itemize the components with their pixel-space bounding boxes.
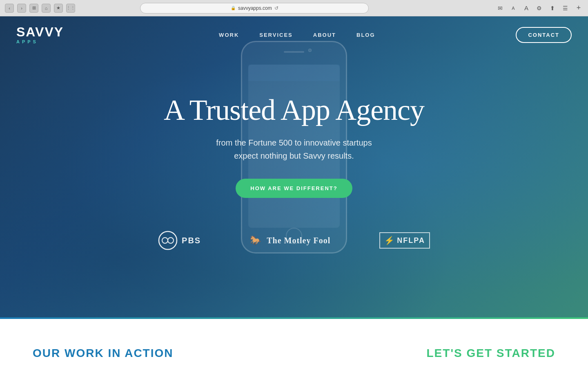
pbs-logo-icon [158, 231, 178, 250]
tab-overview-button[interactable]: ⊞ [29, 4, 38, 13]
client-logo-nflpa: ⚡ NFLPA [379, 232, 430, 249]
hero-content: A Trusted App Agency from the Fortune 50… [0, 53, 588, 319]
browser-right-icons: ✉ A A ⚙ ⬆ ☰ + [496, 4, 583, 13]
mail-icon[interactable]: ✉ [496, 4, 505, 13]
motley-fool-name: The Motley Fool [267, 236, 330, 245]
font-large-icon[interactable]: A [522, 4, 531, 13]
client-logos: PBS 🐎 The Motley Fool ⚡ NFLPA [158, 231, 430, 271]
svg-point-2 [168, 238, 174, 243]
home-button[interactable]: ⌂ [42, 4, 51, 13]
hero-cta-button[interactable]: HOW ARE WE DIFFERENT? [236, 179, 352, 198]
contact-button[interactable]: CONTACT [516, 27, 572, 43]
forward-button[interactable]: › [17, 4, 26, 13]
reading-list-icon[interactable]: ☰ [561, 4, 570, 13]
navbar: SAVVY APPS WORK SERVICES ABOUT BLOG CONT… [0, 16, 588, 53]
browser-chrome: ‹ › ⊞ ⌂ ★ ⋮⋮ 🔒 savvyapps.com ↺ ✉ A A ⚙ ⬆… [0, 0, 588, 16]
site-logo[interactable]: SAVVY APPS [16, 25, 64, 44]
lock-icon: 🔒 [231, 6, 236, 10]
bottom-section: OUR WORK IN ACTION LET'S GET STARTED [0, 319, 588, 368]
pbs-svg [158, 231, 178, 250]
refresh-icon[interactable]: ↺ [274, 5, 278, 11]
new-tab-icon[interactable]: + [574, 4, 583, 13]
hero-subtitle: from the Fortune 500 to innovative start… [216, 136, 372, 162]
client-logo-motley-fool: 🐎 The Motley Fool [250, 235, 330, 246]
nav-about[interactable]: ABOUT [313, 32, 336, 38]
bottom-left: OUR WORK IN ACTION [33, 347, 294, 360]
settings-icon[interactable]: ⚙ [535, 4, 544, 13]
pbs-name: PBS [182, 236, 201, 245]
nflpa-icon: ⚡ [384, 236, 394, 245]
hero-subtitle-line1: from the Fortune 500 to innovative start… [216, 138, 372, 147]
bookmark-button[interactable]: ★ [54, 4, 63, 13]
lets-get-started-heading: LET'S GET STARTED [294, 347, 555, 360]
nflpa-box: ⚡ NFLPA [379, 232, 430, 249]
nav-blog[interactable]: BLOG [356, 32, 375, 38]
motley-fool-icon: 🐎 [250, 235, 261, 246]
client-logo-pbs: PBS [158, 231, 201, 250]
logo-savvy-text: SAVVY [16, 25, 64, 38]
hero-subtitle-line2: expect nothing but Savvy results. [234, 151, 354, 160]
back-button[interactable]: ‹ [5, 4, 14, 13]
svg-point-1 [162, 238, 168, 243]
nav-services[interactable]: SERVICES [259, 32, 293, 38]
share-icon[interactable]: ⬆ [548, 4, 557, 13]
nav-links: WORK SERVICES ABOUT BLOG [219, 32, 375, 38]
menu-button[interactable]: ⋮⋮ [66, 4, 75, 13]
work-in-action-heading: OUR WORK IN ACTION [33, 347, 294, 360]
address-bar[interactable]: 🔒 savvyapps.com ↺ [140, 3, 369, 13]
site-wrapper: SAVVY APPS WORK SERVICES ABOUT BLOG CONT… [0, 16, 588, 368]
hero-title: A Trusted App Agency [164, 94, 424, 126]
bottom-right: LET'S GET STARTED [294, 347, 555, 360]
hero-section: SAVVY APPS WORK SERVICES ABOUT BLOG CONT… [0, 16, 588, 319]
nav-work[interactable]: WORK [219, 32, 239, 38]
logo-apps-text: APPS [16, 39, 38, 44]
nflpa-name: NFLPA [397, 236, 425, 245]
url-text: savvyapps.com [238, 5, 272, 11]
font-small-icon[interactable]: A [509, 4, 518, 13]
